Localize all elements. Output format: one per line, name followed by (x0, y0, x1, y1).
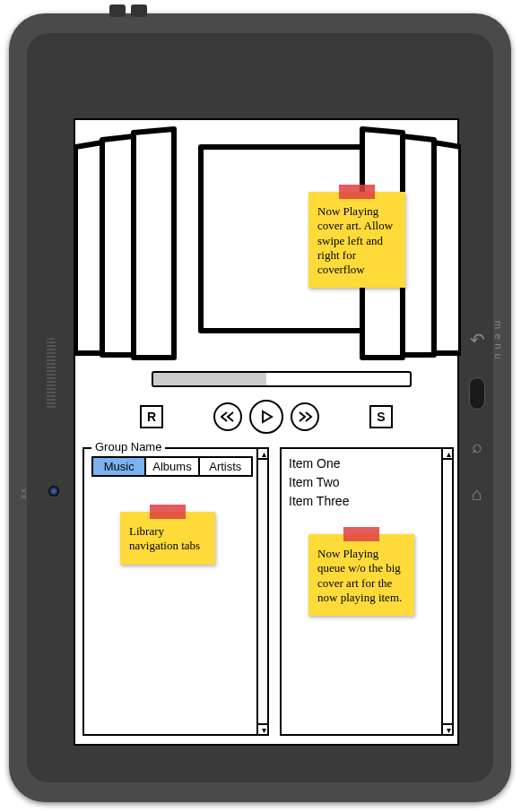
repeat-button[interactable]: R (140, 405, 163, 428)
tablet-bezel: 3.X menu ↶ ⌕ ⌂ (27, 33, 493, 782)
svg-marker-1 (102, 136, 134, 355)
front-camera (48, 486, 59, 497)
rewind-icon (220, 410, 236, 423)
back-icon[interactable]: ↶ (470, 329, 485, 350)
coverflow[interactable]: Now Playing cover art. Allow swipe left … (75, 120, 457, 353)
device-branding: 3.X (20, 488, 28, 499)
tab-music[interactable]: Music (93, 458, 146, 475)
sticky-text: Now Playing queue w/o the big cover art … (317, 547, 402, 604)
queue-scrollbar[interactable]: ▴ ▾ (441, 449, 452, 734)
sticky-text: Now Playing cover art. Allow swipe left … (317, 204, 393, 276)
hardware-buttons: ↶ ⌕ ⌂ (464, 329, 491, 505)
scroll-down-icon[interactable]: ▾ (258, 723, 269, 734)
library-panel: Group Name Music Albums Artists ▴ ▾ Libr… (82, 447, 269, 736)
tab-albums[interactable]: Albums (146, 458, 199, 475)
forward-icon (297, 410, 313, 423)
playback-controls: R S (75, 396, 457, 436)
queue-panel: Item One Item Two Item Three ▴ ▾ Now Pla… (280, 447, 454, 736)
list-item[interactable]: Item Three (289, 492, 439, 511)
queue-list: Item One Item Two Item Three (282, 449, 452, 516)
tape-icon (150, 505, 186, 519)
search-hw-icon[interactable]: ⌕ (472, 436, 482, 457)
tape-icon (343, 527, 379, 541)
tablet-frame: 3.X menu ↶ ⌕ ⌂ (9, 13, 511, 802)
power-button[interactable] (469, 377, 485, 410)
play-button[interactable] (249, 400, 283, 434)
tab-artists[interactable]: Artists (200, 458, 251, 475)
list-item[interactable]: Item Two (289, 473, 439, 492)
home-icon[interactable]: ⌂ (472, 484, 482, 505)
progress-fill (153, 373, 266, 385)
library-legend: Group Name (91, 440, 165, 454)
rewind-button[interactable] (213, 402, 242, 431)
svg-marker-3 (434, 143, 461, 353)
svg-marker-7 (263, 411, 272, 422)
svg-marker-2 (134, 129, 174, 358)
tape-icon (339, 185, 375, 199)
svg-marker-4 (403, 136, 434, 355)
scroll-up-icon[interactable]: ▴ (258, 449, 269, 460)
library-tabs: Music Albums Artists (91, 456, 253, 477)
app-screen: Now Playing cover art. Allow swipe left … (74, 118, 459, 746)
menu-label: menu (491, 302, 504, 383)
sticky-text: Library navigation tabs (129, 524, 200, 552)
svg-marker-0 (75, 143, 102, 353)
sticky-note-library: Library navigation tabs (120, 512, 215, 565)
play-icon (259, 410, 274, 424)
speaker-grille (47, 338, 56, 410)
sticky-note-queue: Now Playing queue w/o the big cover art … (308, 534, 414, 616)
shuffle-button[interactable]: S (369, 405, 393, 428)
list-item[interactable]: Item One (289, 454, 439, 473)
progress-bar[interactable] (152, 371, 412, 387)
top-hardware-buttons (109, 4, 159, 17)
scroll-up-icon[interactable]: ▴ (443, 449, 454, 460)
forward-button[interactable] (291, 402, 319, 431)
sticky-note-coverflow: Now Playing cover art. Allow swipe left … (308, 192, 405, 288)
scroll-down-icon[interactable]: ▾ (443, 723, 454, 734)
library-scrollbar[interactable]: ▴ ▾ (256, 449, 267, 734)
